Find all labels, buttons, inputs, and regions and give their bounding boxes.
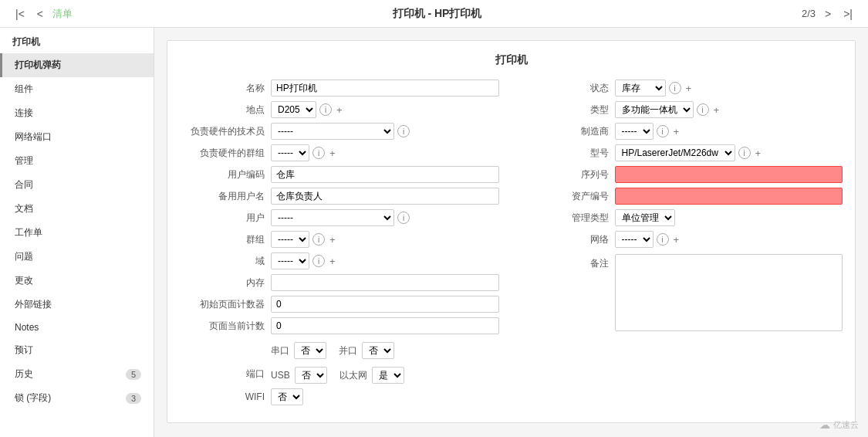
location-info-icon[interactable]: i xyxy=(319,103,332,116)
user-info-icon[interactable]: i xyxy=(397,212,410,224)
user-code-input[interactable] xyxy=(271,166,499,183)
last-page-btn[interactable]: >| xyxy=(840,6,856,22)
alt-user-input[interactable] xyxy=(271,188,499,205)
network-info-icon[interactable]: i xyxy=(657,233,669,246)
hub-bottom: USB 否是 以太网 否是 xyxy=(271,367,404,384)
tech-info-icon[interactable]: i xyxy=(397,125,410,137)
sidebar-item-workorders[interactable]: 工作单 xyxy=(0,221,154,245)
asset-input[interactable] xyxy=(615,188,843,205)
manufacturer-info-icon[interactable]: i xyxy=(657,125,669,137)
sidebar-item-network-ports[interactable]: 网络端口 xyxy=(0,125,154,149)
sidebar-item-history[interactable]: 历史 5 xyxy=(0,362,154,386)
group-info-icon[interactable]: i xyxy=(312,147,325,159)
model-plus-btn[interactable]: + xyxy=(754,147,763,159)
nav-left: |< < 清单 xyxy=(12,6,73,22)
main-layout: 打印机 打印机弹药 组件 连接 网络端口 管理 合同 文档 工作单 问题 更改 xyxy=(0,28,868,437)
domain-field: ----- i + xyxy=(271,252,499,269)
status-select[interactable]: 库存在用维修中报废 xyxy=(615,80,666,97)
model-info-icon[interactable]: i xyxy=(738,147,751,159)
tech-field: ----- i xyxy=(271,123,499,140)
network-select[interactable]: ----- xyxy=(615,231,654,248)
sidebar-label: 管理 xyxy=(15,154,33,168)
type-info-icon[interactable]: i xyxy=(697,103,709,116)
ethernet-select[interactable]: 否是 xyxy=(372,367,404,384)
user-code-row: 用户编码 xyxy=(180,166,499,183)
group2-select[interactable]: ----- xyxy=(271,231,309,248)
usb-select[interactable]: 否是 xyxy=(295,367,327,384)
initial-counter-input[interactable] xyxy=(271,296,499,313)
tech-row: 负责硬件的技术员 ----- i xyxy=(180,123,499,140)
mgmt-type-select[interactable]: 单位管理集中管理 xyxy=(615,209,675,226)
sidebar-label: 连接 xyxy=(15,107,33,120)
sidebar-label: 问题 xyxy=(15,250,33,263)
domain-plus-btn[interactable]: + xyxy=(328,256,337,267)
group2-plus-btn[interactable]: + xyxy=(328,234,337,246)
model-select[interactable]: HP/LasererJet/M226dw xyxy=(615,144,735,161)
sidebar-item-connections[interactable]: 连接 xyxy=(0,101,154,125)
mgmt-type-label: 管理类型 xyxy=(524,212,609,225)
status-plus-btn[interactable]: + xyxy=(684,83,694,94)
sidebar-item-components[interactable]: 组件 xyxy=(0,77,154,101)
note-field xyxy=(615,254,843,331)
serial-field xyxy=(615,166,843,183)
network-row: 网络 ----- i + xyxy=(524,231,843,248)
note-textarea[interactable] xyxy=(615,254,843,331)
manufacturer-field: ----- i + xyxy=(615,123,843,140)
sidebar-item-issues[interactable]: 问题 xyxy=(0,245,154,269)
wifi-select[interactable]: 否是 xyxy=(271,388,303,405)
sidebar-item-locks[interactable]: 锁 (字段) 3 xyxy=(0,386,154,410)
group-row: 负责硬件的群组 ----- i + xyxy=(180,144,499,161)
history-badge: 5 xyxy=(126,369,141,380)
domain-info-icon[interactable]: i xyxy=(312,255,325,267)
next-page-btn[interactable]: > xyxy=(822,6,834,22)
sidebar-item-documents[interactable]: 文档 xyxy=(0,197,154,221)
domain-row: 域 ----- i + xyxy=(180,252,499,269)
user-select[interactable]: ----- xyxy=(271,209,394,226)
alt-user-row: 备用用户名 xyxy=(180,188,499,205)
memory-input[interactable] xyxy=(271,274,499,291)
user-field: ----- i xyxy=(271,209,499,226)
network-plus-btn[interactable]: + xyxy=(672,234,681,246)
group-select[interactable]: ----- xyxy=(271,144,309,161)
tech-select[interactable]: ----- xyxy=(271,123,394,140)
group-plus-btn[interactable]: + xyxy=(328,147,337,159)
sidebar-item-printer-ammo[interactable]: 打印机弹药 xyxy=(0,53,154,77)
serial-input[interactable] xyxy=(615,166,843,183)
group2-info-icon[interactable]: i xyxy=(312,233,325,246)
memory-row: 内存 xyxy=(180,274,499,291)
initial-counter-row: 初始页面计数器 xyxy=(180,296,499,313)
type-select[interactable]: 多功能一体机激光打印机喷墨打印机 xyxy=(615,101,694,118)
sidebar-label: 更改 xyxy=(15,274,33,287)
current-counter-field xyxy=(271,317,499,334)
location-select[interactable]: D205 xyxy=(271,101,316,118)
first-page-btn[interactable]: |< xyxy=(12,6,28,22)
sidebar-item-notes[interactable]: Notes xyxy=(0,317,154,338)
manufacturer-row: 制造商 ----- i + xyxy=(524,123,843,140)
asset-label: 资产编号 xyxy=(524,190,609,203)
domain-label: 域 xyxy=(180,255,265,268)
parallel-port-select[interactable]: 否是 xyxy=(362,342,394,359)
sidebar-item-management[interactable]: 管理 xyxy=(0,149,154,173)
sidebar-item-reservations[interactable]: 预订 xyxy=(0,338,154,362)
breadcrumb-link[interactable]: 清单 xyxy=(52,7,73,21)
sidebar-label: 外部链接 xyxy=(15,298,52,311)
name-field xyxy=(271,80,499,97)
hub-label: 端口 xyxy=(180,368,265,381)
name-input[interactable] xyxy=(271,80,499,97)
sidebar-item-contracts[interactable]: 合同 xyxy=(0,173,154,197)
domain-select[interactable]: ----- xyxy=(271,252,309,269)
sidebar-label: 工作单 xyxy=(15,226,42,239)
manufacturer-plus-btn[interactable]: + xyxy=(672,126,681,137)
serial-port-select[interactable]: 否是 xyxy=(294,342,326,359)
type-plus-btn[interactable]: + xyxy=(712,104,721,116)
group2-label: 群组 xyxy=(180,233,265,246)
hub-field: USB 否是 以太网 否是 xyxy=(271,364,499,384)
status-info-icon[interactable]: i xyxy=(669,82,681,94)
prev-page-btn[interactable]: < xyxy=(34,6,46,22)
current-counter-input[interactable] xyxy=(271,317,499,334)
sidebar-item-external-links[interactable]: 外部链接 xyxy=(0,293,154,317)
sidebar-item-changes[interactable]: 更改 xyxy=(0,269,154,293)
location-plus-btn[interactable]: + xyxy=(335,104,344,116)
sidebar-label: 网络端口 xyxy=(15,130,52,144)
manufacturer-select[interactable]: ----- xyxy=(615,123,654,140)
